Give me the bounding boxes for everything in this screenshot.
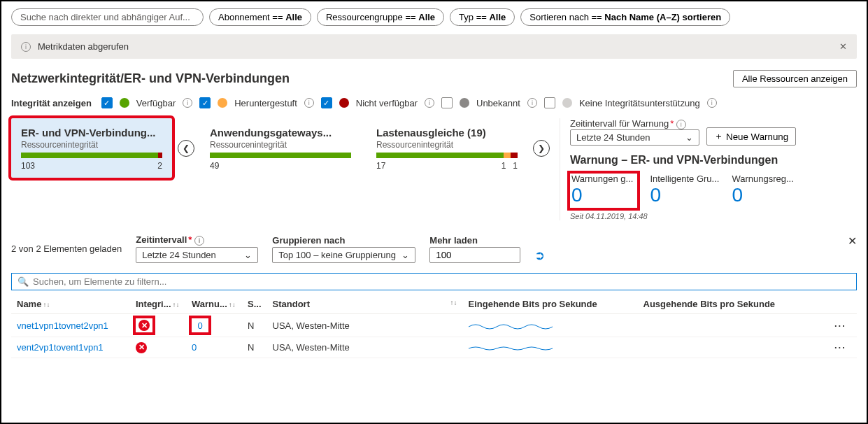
info-icon[interactable]: i xyxy=(183,98,192,108)
table-search[interactable]: 🔍 xyxy=(11,273,857,290)
col-in[interactable]: Eingehende Bits pro Sekunde xyxy=(463,295,638,314)
status-dot-green xyxy=(120,98,129,108)
col-out[interactable]: Ausgehende Bits pro Sekunde xyxy=(638,295,829,314)
row-name-link[interactable]: vent2vp1tovent1vpn1 xyxy=(17,342,104,353)
row-menu-icon[interactable]: ··· xyxy=(834,320,846,331)
error-icon: ✕ xyxy=(136,342,147,353)
filter-label: Typ == xyxy=(459,12,489,22)
filter-subscription[interactable]: Abonnement == Alle xyxy=(209,8,311,26)
card-lb[interactable]: Lastenausgleiche (19) Ressourcenintegrit… xyxy=(367,118,527,178)
card-appgw[interactable]: Anwendungsgateways... Ressourcenintegrit… xyxy=(200,118,361,178)
chevron-down-icon: ⌄ xyxy=(685,132,693,143)
col-alerts[interactable]: Warnu...↑↓ xyxy=(186,295,242,314)
new-alert-button[interactable]: ＋Neue Warnung xyxy=(706,127,796,146)
card-subtitle: Ressourcenintegrität xyxy=(376,140,518,150)
info-icon[interactable]: i xyxy=(194,236,204,246)
alert-col-total[interactable]: Warnungen g...0 xyxy=(570,174,637,208)
filter-resource-group[interactable]: Ressourcengruppe == Alle xyxy=(317,8,444,26)
chevron-down-icon: ⌄ xyxy=(401,250,409,260)
loaded-count: 2 von 2 Elementen geladen xyxy=(11,243,122,254)
load-more-input[interactable] xyxy=(429,247,520,263)
error-icon: ✕ xyxy=(138,320,150,331)
info-icon[interactable]: i xyxy=(304,98,314,108)
count-left: 103 xyxy=(21,161,35,171)
health-label: Integrität anzeigen xyxy=(11,98,92,108)
table-row[interactable]: vnet1vpn1tovnet2vpn1 ✕ 0 N USA, Westen-M… xyxy=(11,314,857,337)
checkbox-unsupported[interactable]: ✓ xyxy=(544,97,555,108)
count-left: 17 xyxy=(376,161,385,171)
select-value: Top 100 – keine Gruppierung xyxy=(278,250,396,260)
alerts-heading: Warnung – ER- und VPN-Verbindungen xyxy=(570,154,857,167)
card-er-vpn[interactable]: ER- und VPN-Verbindung... Ressourceninte… xyxy=(11,118,172,178)
alert-col-smart[interactable]: Intelligente Gru...0 xyxy=(650,174,719,208)
filter-label: Sortieren nach == xyxy=(529,12,604,22)
row-location: USA, Westen-Mitte xyxy=(267,337,463,358)
status-dot-gray xyxy=(460,98,469,108)
row-s: N xyxy=(242,337,267,358)
filter-value: Alle xyxy=(489,12,506,22)
info-bar: i Metrikdaten abgerufen ✕ xyxy=(11,34,857,59)
filter-value: Alle xyxy=(285,12,302,22)
filter-sort[interactable]: Sortieren nach == Nach Name (A–Z) sortie… xyxy=(520,8,730,26)
filter-label: Gruppieren nach xyxy=(272,235,415,246)
prev-arrow[interactable]: ❮ xyxy=(178,140,194,157)
health-bar xyxy=(21,153,162,158)
col-location[interactable]: Standort↑↓ xyxy=(267,295,463,314)
search-pill[interactable]: Suche nach direkter und abhängiger Auf..… xyxy=(11,8,204,26)
checkbox-unavailable[interactable]: ✓ xyxy=(321,97,332,108)
col-name[interactable]: Name↑↓ xyxy=(11,295,130,314)
alert-range-label: Zeitintervall für Warnung xyxy=(570,118,669,129)
filter-type[interactable]: Typ == Alle xyxy=(450,8,515,26)
filter-label: Ressourcengruppe == xyxy=(326,12,418,22)
go-arrow-icon[interactable]: ➲ xyxy=(534,248,545,263)
time-range-select[interactable]: Letzte 24 Stunden⌄ xyxy=(136,247,258,263)
col-health[interactable]: Integri...↑↓ xyxy=(130,295,186,314)
alert-col-value: 0 xyxy=(650,184,719,206)
page-title: Netzwerkintegrität/ER- und VPN-Verbindun… xyxy=(11,71,290,86)
row-alerts-link[interactable]: 0 xyxy=(192,342,197,353)
table-row[interactable]: vent2vp1tovent1vpn1 ✕ 0 N USA, Westen-Mi… xyxy=(11,337,857,358)
info-icon[interactable]: i xyxy=(707,98,717,108)
card-subtitle: Ressourcenintegrität xyxy=(210,140,351,150)
filter-label: Mehr laden xyxy=(429,235,520,246)
info-icon: i xyxy=(21,42,31,52)
info-icon[interactable]: i xyxy=(527,98,537,108)
filter-value: Nach Name (A–Z) sortieren xyxy=(604,12,721,22)
health-opt: Nicht verfügbar xyxy=(356,98,418,108)
group-by-select[interactable]: Top 100 – keine Gruppierung⌄ xyxy=(272,247,415,263)
checkbox-unknown[interactable]: ✓ xyxy=(441,97,453,108)
table-search-input[interactable] xyxy=(33,276,851,287)
checkbox-degraded[interactable]: ✓ xyxy=(199,97,211,108)
card-title: Anwendungsgateways... xyxy=(210,127,351,139)
checkbox-available[interactable]: ✓ xyxy=(101,97,113,108)
card-title: ER- und VPN-Verbindung... xyxy=(21,127,162,139)
info-icon[interactable]: i xyxy=(676,120,686,129)
chevron-down-icon: ⌄ xyxy=(244,250,252,260)
plus-icon: ＋ xyxy=(714,130,723,143)
row-alerts-link[interactable]: 0 xyxy=(197,320,202,331)
status-dot-red xyxy=(339,98,349,108)
alert-col-title: Warnungen g... xyxy=(571,174,633,184)
health-bar xyxy=(210,153,351,158)
view-all-resources-button[interactable]: Alle Ressourcen anzeigen xyxy=(733,70,857,87)
card-title: Lastenausgleiche (19) xyxy=(376,127,518,139)
count-right: 2 xyxy=(157,161,162,171)
card-subtitle: Ressourcenintegrität xyxy=(21,140,162,150)
filter-value: Alle xyxy=(418,12,435,22)
info-icon[interactable]: i xyxy=(425,98,434,108)
button-label: Neue Warnung xyxy=(726,132,788,142)
alert-col-title: Intelligente Gru... xyxy=(650,174,719,184)
status-dot-orange xyxy=(218,98,227,108)
row-menu-icon[interactable]: ··· xyxy=(834,342,846,353)
col-s[interactable]: S... xyxy=(242,295,267,314)
row-name-link[interactable]: vnet1vpn1tovnet2vpn1 xyxy=(17,320,108,331)
count-right: 1 1 xyxy=(501,161,518,171)
alert-range-select[interactable]: Letzte 24 Stunden⌄ xyxy=(570,129,699,146)
close-icon[interactable]: ✕ xyxy=(839,41,847,52)
count-left: 49 xyxy=(210,161,219,171)
alert-col-value: 0 xyxy=(571,184,633,206)
next-arrow[interactable]: ❯ xyxy=(533,140,550,157)
row-location: USA, Westen-Mitte xyxy=(267,314,463,337)
close-icon[interactable]: ✕ xyxy=(848,234,857,248)
alert-col-rules[interactable]: Warnungsreg...0 xyxy=(732,174,793,208)
